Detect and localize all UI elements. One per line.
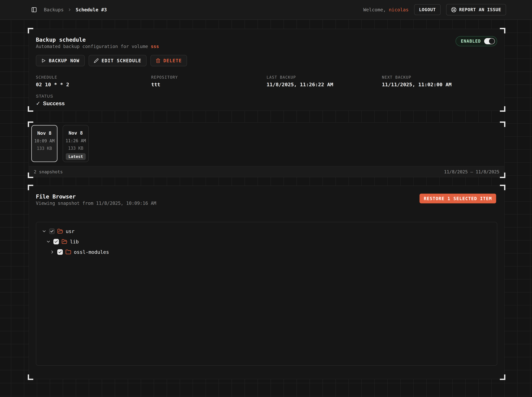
snapshot-time: 10:09 AM (34, 138, 55, 143)
checkbox-usr[interactable] (49, 229, 55, 234)
snapshot-size: 133 KB (37, 146, 52, 151)
subtitle-text: Automated backup configuration for volum… (36, 44, 151, 49)
enabled-label: ENABLED (461, 39, 481, 44)
corner-bracket (28, 121, 33, 127)
tree-label: usr (66, 229, 75, 234)
field-schedule: SCHEDULE 02 10 * * 2 (36, 75, 151, 87)
report-issue-label: REPORT AN ISSUE (459, 7, 501, 12)
snapshot-date: Nov 8 (69, 130, 83, 136)
schedule-fields: SCHEDULE 02 10 * * 2 REPOSITORY ttt LAST… (36, 75, 497, 87)
field-value: ttt (151, 81, 267, 87)
welcome-text: Welcome, nicolas (363, 7, 408, 12)
delete-label: DELETE (164, 58, 182, 63)
enabled-switch[interactable] (484, 38, 495, 44)
field-last-backup: LAST BACKUP 11/8/2025, 11:26:22 AM (267, 75, 382, 87)
checkbox-lib[interactable] (53, 239, 59, 244)
report-issue-button[interactable]: REPORT AN ISSUE (446, 4, 506, 15)
corner-bracket (28, 173, 33, 178)
card-title: Backup schedule (36, 37, 497, 43)
field-value: 02 10 * * 2 (36, 81, 151, 87)
top-bar: Backups Schedule #3 Welcome, nicolas LOG… (0, 0, 532, 20)
corner-bracket (500, 374, 505, 380)
schedule-actions: BACKUP NOW EDIT SCHEDULE DELETE (36, 55, 497, 66)
folder-open-icon (57, 228, 63, 234)
snapshots-footer: 2 snapshots 11/8/2025 – 11/8/2025 (29, 166, 504, 177)
field-repository: REPOSITORY ttt (151, 75, 267, 87)
status-label: STATUS (36, 94, 497, 99)
snapshot-count: 2 snapshots (34, 169, 63, 174)
corner-bracket (28, 28, 33, 33)
tree-row-usr[interactable]: usr (36, 226, 497, 236)
status-value: ✓ Success (36, 100, 497, 106)
checkbox-ossl-modules[interactable] (57, 249, 63, 255)
logout-label: LOGOUT (419, 7, 436, 12)
breadcrumb-backups-link[interactable]: Backups (44, 7, 64, 12)
snapshots-section: Nov 8 10:09 AM 133 KB Nov 8 11:26 AM 133… (29, 122, 505, 177)
corner-bracket (500, 106, 505, 112)
top-bar-right: Welcome, nicolas LOGOUT REPORT AN ISSUE (363, 4, 506, 15)
snapshot-date-range: 11/8/2025 – 11/8/2025 (444, 169, 499, 174)
restore-selected-button[interactable]: RESTORE 1 SELECTED ITEM (419, 194, 496, 203)
edit-schedule-button[interactable]: EDIT SCHEDULE (89, 55, 146, 66)
logout-button[interactable]: LOGOUT (414, 4, 441, 15)
check-icon: ✓ (36, 100, 40, 106)
tree-row-lib[interactable]: lib (36, 236, 497, 247)
lifebuoy-icon (451, 7, 456, 12)
tree-label: lib (70, 239, 79, 245)
field-label: LAST BACKUP (267, 75, 382, 80)
breadcrumb: Backups Schedule #3 (44, 7, 107, 12)
edit-schedule-label: EDIT SCHEDULE (101, 58, 141, 63)
corner-bracket (28, 185, 33, 190)
username: nicolas (389, 7, 408, 12)
corner-bracket (28, 374, 33, 380)
corner-bracket (500, 173, 505, 178)
trash-icon (156, 58, 160, 63)
file-browser-card: File Browser Viewing snapshot from 11/8/… (29, 186, 505, 379)
snapshot-date: Nov 8 (37, 130, 51, 136)
snapshot-card-latest[interactable]: Nov 8 11:26 AM 133 KB Latest (63, 125, 89, 162)
welcome-prefix: Welcome, (363, 7, 389, 12)
card-subtitle: Automated backup configuration for volum… (36, 44, 497, 50)
status-text: Success (43, 100, 65, 106)
field-value: 11/8/2025, 11:26:22 AM (267, 81, 382, 87)
enabled-toggle-pill[interactable]: ENABLED (456, 36, 497, 46)
snapshot-time: 11:26 AM (66, 138, 86, 143)
corner-bracket (500, 121, 505, 127)
sidebar-toggle-button[interactable] (31, 6, 38, 13)
status-block: STATUS ✓ Success (36, 94, 497, 106)
backup-now-label: BACKUP NOW (49, 58, 80, 63)
chevron-right-icon (68, 8, 72, 12)
top-bar-left: Backups Schedule #3 (31, 6, 107, 13)
snapshot-list: Nov 8 10:09 AM 133 KB Nov 8 11:26 AM 133… (29, 123, 504, 166)
field-value: 11/11/2025, 11:02:00 AM (382, 81, 497, 87)
corner-bracket (28, 106, 33, 112)
field-label: SCHEDULE (36, 75, 151, 80)
breadcrumb-current: Schedule #3 (76, 7, 107, 12)
folder-open-icon (62, 239, 67, 245)
main-content: Backup schedule Automated backup configu… (0, 20, 532, 379)
chevron-right-icon[interactable] (50, 250, 55, 254)
corner-bracket (500, 28, 505, 33)
file-tree: usr lib (36, 222, 497, 366)
tree-row-ossl-modules[interactable]: ossl-modules (36, 247, 497, 257)
latest-badge: Latest (66, 153, 86, 160)
chevron-down-icon[interactable] (46, 239, 51, 244)
panel-left-icon (31, 7, 37, 13)
delete-button[interactable]: DELETE (151, 55, 187, 66)
snapshot-size: 133 KB (68, 146, 83, 151)
corner-bracket (500, 185, 505, 190)
switch-knob (489, 38, 494, 44)
play-icon (41, 58, 46, 63)
backup-schedule-card: Backup schedule Automated backup configu… (29, 29, 505, 111)
tree-label: ossl-modules (74, 249, 109, 255)
backup-now-button[interactable]: BACKUP NOW (36, 55, 85, 66)
volume-name: sss (151, 44, 159, 49)
folder-icon (65, 249, 71, 255)
field-next-backup: NEXT BACKUP 11/11/2025, 11:02:00 AM (382, 75, 497, 87)
field-label: NEXT BACKUP (382, 75, 497, 80)
field-label: REPOSITORY (151, 75, 267, 80)
pencil-icon (94, 58, 99, 63)
chevron-down-icon[interactable] (42, 229, 47, 234)
snapshot-card-selected[interactable]: Nov 8 10:09 AM 133 KB (31, 125, 57, 162)
